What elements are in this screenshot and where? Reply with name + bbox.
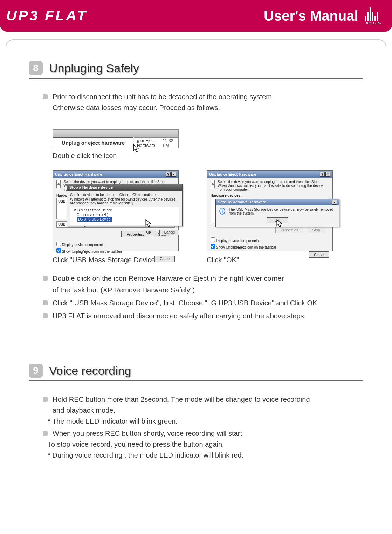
ok-button[interactable]: OK xyxy=(267,217,288,223)
section8-intro-block: Prior to disconnect the unit has to be d… xyxy=(29,92,363,113)
bullet-icon xyxy=(43,94,48,99)
properties-button[interactable]: Properties xyxy=(275,227,303,233)
step-text: Double click on the icon Remove Harware … xyxy=(53,273,363,284)
dialog-icon: ⟰ xyxy=(56,180,61,188)
safe-remove-dialog: Safe To Remove Hardware × i The 'USB Mas… xyxy=(215,199,339,227)
dialog-title-text: Unplug or Eject Hardware xyxy=(209,172,256,176)
overlay-message: The 'USB Mass Storage Device' device can… xyxy=(229,208,336,215)
display-components-checkbox[interactable]: Display device components xyxy=(53,241,178,248)
bullet-icon xyxy=(43,397,48,402)
close-button[interactable]: Close xyxy=(309,251,329,258)
taskbar-screenshot: Unplug or eject hardware g or Eject Hard… xyxy=(53,129,179,148)
inner-help-1: Confirm devices to be stopped. Choose OK… xyxy=(70,193,179,197)
equalizer-icon: UP3 FLAT xyxy=(365,7,382,25)
figure-1: Unplug or eject hardware g or Eject Hard… xyxy=(53,129,363,160)
figure-2: Unplug or Eject Hardware ?× ⟰ Select the… xyxy=(53,170,179,264)
section-title: Voice recording xyxy=(49,364,131,378)
intro-line2: Otherwise data losses may occur. Proceed… xyxy=(53,102,363,113)
overlay-title: Safe To Remove Hardware xyxy=(218,200,266,205)
bullet-icon xyxy=(43,300,48,305)
dialog-title-text: Unplug or Eject Hardware xyxy=(55,172,102,176)
step-bullet: Double click on the icon Remove Harware … xyxy=(43,273,363,284)
device-tree: USB Mass Strage Device Generic volume (H… xyxy=(70,207,179,225)
step-text: When you press REC button shortly, voice… xyxy=(53,428,363,439)
step-bullet: When you press REC button shortly, voice… xyxy=(43,428,363,439)
stop-hardware-dialog: Stop a Hardware device Confirm devices t… xyxy=(67,184,183,226)
bullet-icon xyxy=(43,276,48,281)
tooltip-box: Unplug or eject hardware xyxy=(53,137,133,148)
banner-right: User's Manual UP3 FLAT xyxy=(264,7,382,25)
manual-title: User's Manual xyxy=(264,8,358,24)
cancel-button[interactable]: Cancel xyxy=(159,230,179,235)
step-note: * During voice recording , the mode LED … xyxy=(48,450,363,461)
unplug-dialog-2: Unplug or Eject Hardware ?× ⟰ Select the… xyxy=(207,170,333,251)
section-number-badge: 9 xyxy=(29,364,43,378)
section-title: Unpluging Safely xyxy=(49,61,139,75)
dialog-titlebar: Unplug or Eject Hardware ?× xyxy=(207,171,332,178)
stop-button[interactable]: Stop xyxy=(307,227,325,233)
tree-item: USB Mass Strage Device xyxy=(73,208,177,212)
step-bullet: UP3 FLAT is removed and disconnected saf… xyxy=(43,311,363,322)
dialog-help-text: Select the device you want to unplug or … xyxy=(218,180,329,191)
figure-row: Unplug or Eject Hardware ?× ⟰ Select the… xyxy=(53,170,363,264)
section-number-badge: 8 xyxy=(29,61,43,75)
step-text-cont: and playback mode. xyxy=(53,405,363,416)
page-frame: 8 Unpluging Safely Prior to disconnect t… xyxy=(6,39,386,530)
inner-help-2: Windows will attempt to stop the followi… xyxy=(70,197,179,205)
section-9: 9 Voice recording Hold REC button more t… xyxy=(29,364,363,461)
show-icon-checkbox[interactable]: Show Unplug/Eject icon on the taskbar xyxy=(207,243,332,250)
step-bullet: Click " USB Mass Storage Device", first.… xyxy=(43,298,363,309)
bullet-icon xyxy=(43,431,48,436)
bullet-icon xyxy=(43,313,48,318)
step-note: * The mode LED indicator will blink gree… xyxy=(48,416,363,427)
intro-line1: Prior to disconnect the unit has to be d… xyxy=(53,92,363,102)
unplug-dialog: Unplug or Eject Hardware ?× ⟰ Select the… xyxy=(53,170,179,251)
step-text-cont: of the task bar. (XP:Remove Harware Safe… xyxy=(53,285,363,296)
inner-dialog-title: Stop a Hardware device xyxy=(67,184,182,191)
figure-1-caption: Double click the icon xyxy=(53,152,363,160)
tree-item: Generic volume (H:) xyxy=(73,212,177,217)
tree-item-selected: LG UP3 USB Device xyxy=(77,217,112,222)
mini-logo-label: UP3 FLAT xyxy=(365,21,382,25)
titlebar-buttons: ?× xyxy=(320,172,330,177)
product-logo: UP3 FLAT xyxy=(6,8,87,23)
step-text: UP3 FLAT is removed and disconnected saf… xyxy=(53,311,363,322)
display-components-checkbox[interactable]: Display device components xyxy=(207,237,332,243)
tray-label: g or Eject Hardware xyxy=(137,138,163,148)
hardware-label: Hardware devices: xyxy=(211,194,329,197)
close-icon: × xyxy=(332,200,337,205)
close-button[interactable]: Close xyxy=(154,256,175,262)
tray-time: 11:32 PM xyxy=(163,138,175,148)
figure-3: Unplug or Eject Hardware ?× ⟰ Select the… xyxy=(207,170,333,264)
step-bullet: Hold REC button more than 2second. The m… xyxy=(43,394,363,405)
section8-steps: Double click on the icon Remove Harware … xyxy=(29,273,363,322)
step-text-cont: To stop voice record, you need to press … xyxy=(48,439,363,450)
taskbar-tray: g or Eject Hardware 11:32 PM xyxy=(134,137,178,148)
header-banner: UP3 FLAT User's Manual UP3 FLAT xyxy=(0,0,392,32)
section-8-heading: 8 Unpluging Safely xyxy=(29,61,363,79)
titlebar-buttons: ?× xyxy=(166,172,176,177)
intro-bullet: Prior to disconnect the unit has to be d… xyxy=(43,92,363,102)
step-text: Hold REC button more than 2second. The m… xyxy=(53,394,363,405)
dialog-titlebar: Unplug or Eject Hardware ?× xyxy=(53,171,178,178)
show-icon-checkbox[interactable]: Show Unplug/Eject icon on the taskbar xyxy=(53,248,178,254)
ok-button[interactable]: OK xyxy=(142,230,156,235)
dialog-icon: ⟰ xyxy=(211,180,215,188)
step-text: Click " USB Mass Storage Device", first.… xyxy=(53,298,363,309)
section-9-heading: 9 Voice recording xyxy=(29,364,363,381)
info-icon: i xyxy=(219,208,225,215)
